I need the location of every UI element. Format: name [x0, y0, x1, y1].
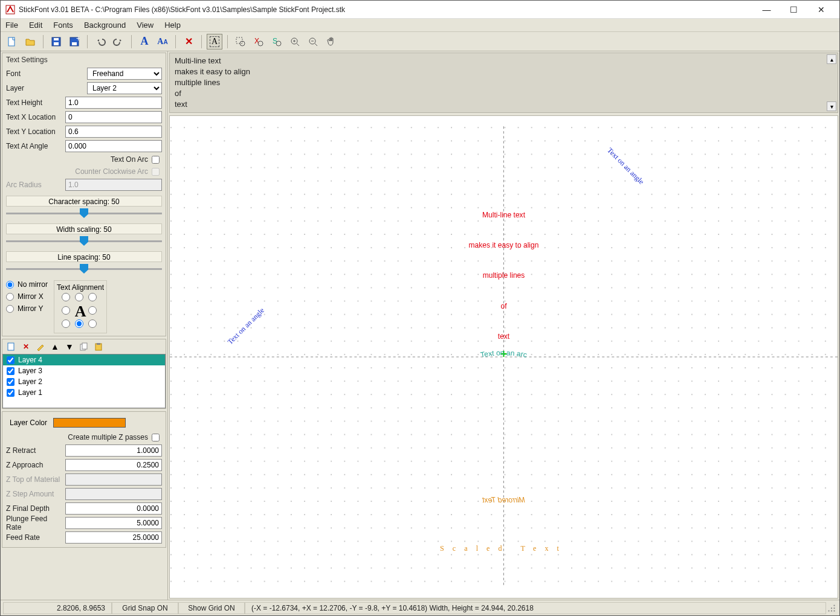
arc-radius-input — [65, 179, 162, 191]
close-button[interactable]: ✕ — [807, 1, 835, 18]
text-x-input[interactable] — [65, 111, 162, 123]
align-br[interactable] — [88, 319, 97, 328]
open-file-icon[interactable] — [22, 34, 38, 50]
status-grid-snap[interactable]: Grid Snap ON — [112, 602, 178, 614]
layer-copy-icon[interactable] — [79, 341, 89, 352]
preview-line: multiple lines — [175, 77, 833, 88]
zoom-out-icon[interactable] — [305, 34, 321, 50]
save-icon[interactable] — [48, 34, 64, 50]
menu-fonts[interactable]: Fonts — [53, 21, 73, 30]
layer-item-1[interactable]: Layer 1 — [3, 387, 165, 398]
mirror-x-radio[interactable]: Mirror X — [6, 292, 48, 301]
align-tc[interactable] — [75, 293, 83, 301]
z-retract-label: Z Retract — [6, 446, 63, 455]
layer-down-icon[interactable]: ▼ — [64, 341, 75, 352]
text-on-arc-checkbox[interactable] — [152, 156, 160, 164]
pan-hand-icon[interactable] — [323, 34, 339, 50]
svg-rect-4 — [54, 38, 59, 40]
layer-new-icon[interactable] — [6, 341, 17, 352]
preview-line: Multi-line text — [175, 56, 833, 66]
align-bc[interactable] — [75, 319, 83, 328]
layer-item-2[interactable]: Layer 2 — [3, 376, 165, 387]
ccw-arc-label: Counter Clockwise Arc — [75, 167, 148, 176]
minimize-button[interactable]: — — [753, 1, 780, 18]
svg-rect-20 — [97, 343, 100, 345]
width-scaling-label: Width scaling: 50 — [6, 223, 162, 234]
preview-line: of — [175, 88, 833, 99]
zoom-in-icon[interactable] — [287, 34, 303, 50]
svg-rect-3 — [54, 42, 59, 45]
align-bl[interactable] — [62, 319, 70, 328]
layer-item-4[interactable]: Layer 4 — [3, 355, 165, 365]
z-top-input — [65, 473, 162, 486]
svg-point-34 — [831, 610, 832, 611]
preview-scroll-down[interactable]: ▾ — [827, 101, 836, 111]
layer-select[interactable]: Layer 2 — [87, 82, 162, 94]
line-spacing-slider[interactable] — [6, 262, 162, 275]
layers-list[interactable]: Layer 4 Layer 3 Layer 2 Layer 1 — [2, 354, 166, 408]
z-approach-input[interactable] — [65, 459, 162, 471]
menu-file[interactable]: File — [5, 21, 18, 30]
text-y-input[interactable] — [65, 126, 162, 138]
line-spacing-label: Line spacing: 50 — [6, 251, 162, 262]
layer-color-swatch[interactable] — [53, 418, 126, 428]
titlebar: StickFont v3.01 BETA - C:\Program Files … — [1, 1, 839, 19]
resize-grip-icon[interactable] — [826, 603, 837, 614]
mirror-y-radio[interactable]: Mirror Y — [6, 304, 48, 313]
align-ml[interactable] — [62, 306, 70, 315]
z-step-input — [65, 488, 162, 500]
svg-rect-1 — [8, 37, 15, 46]
layer-edit-icon[interactable] — [35, 341, 46, 352]
zoom-x-icon[interactable]: X — [251, 34, 267, 50]
align-tr[interactable] — [88, 293, 97, 301]
svg-text:makes it easy to align: makes it easy to align — [469, 241, 539, 249]
font-a-icon[interactable]: A — [137, 34, 152, 50]
preview-scroll-up[interactable]: ▴ — [827, 54, 836, 64]
zoom-window-icon[interactable] — [233, 34, 248, 50]
undo-icon[interactable] — [92, 34, 108, 50]
layer-paste-icon[interactable] — [93, 341, 104, 352]
zoom-s-icon[interactable]: S — [269, 34, 285, 50]
plunge-input[interactable] — [65, 517, 162, 529]
select-text-icon[interactable]: A — [207, 34, 222, 50]
svg-text:X: X — [254, 37, 259, 45]
z-approach-label: Z Approach — [6, 461, 63, 469]
canvas[interactable]: Multi-line text makes it easy to align m… — [169, 115, 838, 598]
width-scaling-slider[interactable] — [6, 234, 162, 248]
no-mirror-radio[interactable]: No mirror — [6, 280, 48, 289]
layer-item-3[interactable]: Layer 3 — [3, 365, 165, 376]
feed-input[interactable] — [65, 531, 162, 544]
multi-z-label: Create multiple Z passes — [68, 433, 148, 441]
save-as-icon[interactable]: + — [66, 34, 82, 50]
text-preview[interactable]: Multi-line text makes it easy to align m… — [169, 53, 838, 113]
char-spacing-slider[interactable] — [6, 207, 162, 220]
arc-radius-label: Arc Radius — [6, 181, 63, 189]
layers-panel: ✕ ▲ ▼ Layer 4 Layer 3 Layer 2 Layer 1 — [2, 339, 166, 409]
maximize-button[interactable]: ☐ — [780, 1, 807, 18]
multi-z-checkbox[interactable] — [152, 434, 160, 441]
font-select[interactable]: Freehand — [87, 68, 162, 80]
text-alignment-label: Text Alignment — [57, 283, 104, 292]
new-file-icon[interactable] — [4, 34, 20, 50]
layer-delete-icon[interactable]: ✕ — [21, 341, 31, 352]
redo-icon[interactable] — [111, 34, 126, 50]
menu-view[interactable]: View — [137, 21, 153, 30]
menu-help[interactable]: Help — [164, 21, 181, 30]
svg-point-32 — [833, 607, 835, 608]
align-tl[interactable] — [62, 293, 70, 301]
preview-line: makes it easy to align — [175, 66, 833, 77]
menu-edit[interactable]: Edit — [29, 21, 42, 30]
layer-up-icon[interactable]: ▲ — [50, 341, 60, 352]
status-show-grid[interactable]: Show Grid ON — [178, 602, 245, 614]
text-angle-input[interactable] — [65, 140, 162, 152]
align-mr[interactable] — [88, 306, 97, 315]
menu-background[interactable]: Background — [84, 21, 126, 30]
feed-label: Feed Rate — [6, 533, 63, 542]
z-final-input[interactable] — [65, 502, 162, 515]
menubar: File Edit Fonts Background View Help — [1, 19, 839, 32]
font-aa-icon[interactable]: AA — [155, 34, 170, 50]
text-height-input[interactable] — [65, 97, 162, 109]
z-retract-input[interactable] — [65, 444, 162, 457]
delete-icon[interactable]: ✕ — [181, 34, 196, 50]
svg-point-33 — [828, 610, 829, 611]
